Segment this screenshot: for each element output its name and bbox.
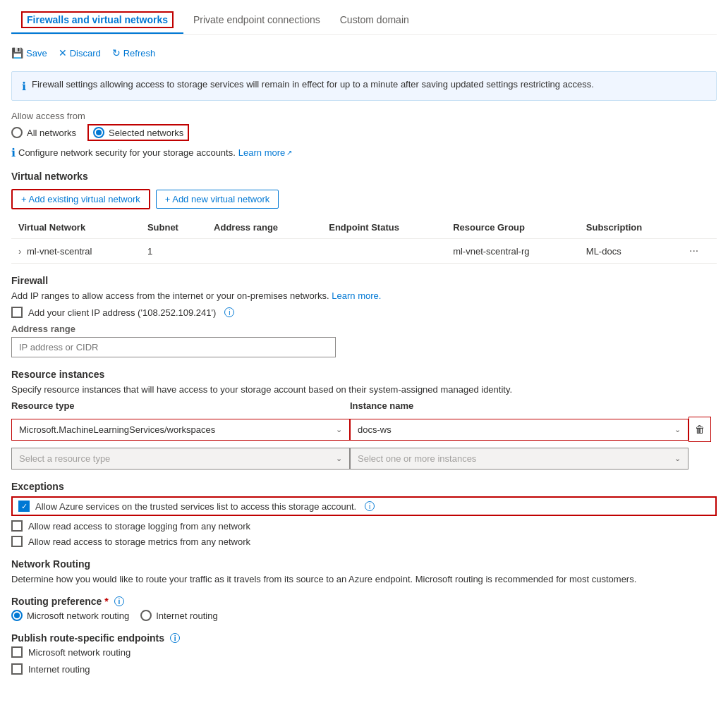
exception-checkbox-1[interactable] (11, 520, 23, 532)
all-networks-label: All networks (27, 128, 76, 138)
routing-radio-group: Microsoft network routing Internet routi… (11, 610, 717, 621)
row-more-button[interactable]: ··· (689, 245, 698, 257)
selected-networks-radio-indicator (93, 127, 104, 138)
routing-preference-label-row: Routing preference * i (11, 596, 717, 607)
save-button[interactable]: 💾 Save (11, 47, 47, 59)
vnet-col-sub: Subscription (579, 216, 682, 239)
delete-resource-row-1-button[interactable]: 🗑 (688, 417, 711, 442)
firewall-note: Add IP ranges to allow access from the i… (11, 290, 717, 301)
vnet-row-address (207, 239, 322, 264)
routing-preference-label: Routing preference (11, 596, 102, 607)
chevron-down-icon-1: ⌄ (336, 425, 342, 434)
ms-routing-radio-indicator (11, 610, 23, 621)
ms-routing-radio-inner (14, 613, 20, 618)
table-row[interactable]: › ml-vnet-scentral 1 ml-vnet-scentral-rg… (11, 239, 717, 264)
add-existing-vnet-button[interactable]: + Add existing virtual network (11, 189, 150, 209)
resource-instances-note: Specify resource instances that will hav… (11, 384, 717, 395)
exception-label-1: Allow read access to storage logging fro… (28, 521, 250, 532)
exception-checkbox-2[interactable] (11, 536, 23, 547)
tab-private-endpoint[interactable]: Private endpoint connections (183, 7, 330, 34)
resource-type-select-1[interactable]: Microsoft.MachineLearningServices/worksp… (11, 419, 350, 441)
toolbar: 💾 Save ✕ Discard ↻ Refresh (11, 42, 717, 64)
exception-item-1[interactable]: Allow read access to storage logging fro… (11, 520, 717, 532)
vnet-col-endpoint: Endpoint Status (322, 216, 446, 239)
vnet-row-sub: ML-docs (579, 239, 682, 264)
access-radio-group: All networks Selected networks (11, 124, 717, 141)
publish-ms-routing-label: Microsoft network routing (28, 647, 131, 658)
publish-info-icon[interactable]: i (170, 633, 180, 643)
address-range-input[interactable] (11, 337, 336, 357)
allow-access-label: Allow access from (11, 111, 717, 121)
resource-type-header: Resource type (11, 400, 350, 414)
network-routing-title: Network Routing (11, 558, 717, 570)
instance-name-select-2[interactable]: Select one or more instances ⌄ (350, 448, 688, 470)
publish-internet-routing-checkbox[interactable] (11, 663, 23, 675)
internet-routing-label: Internet routing (156, 611, 217, 621)
instance-name-header: Instance name (350, 400, 688, 414)
publish-label-row: Publish route-specific endpoints i (11, 632, 717, 644)
publish-label: Publish route-specific endpoints (11, 632, 164, 644)
resource-grid-header: Resource type Instance name (11, 400, 717, 414)
vnet-col-name: Virtual Network (11, 216, 140, 239)
access-info-icon: ℹ (11, 146, 16, 159)
firewall-learn-more-link[interactable]: Learn more. (332, 290, 381, 301)
tab-firewalls[interactable]: Firewalls and virtual networks (11, 7, 183, 34)
instance-name-select-1[interactable]: docs-ws ⌄ (350, 419, 688, 441)
resource-instances-title: Resource instances (11, 369, 717, 380)
info-banner: ℹ Firewall settings allowing access to s… (11, 71, 717, 101)
tab-custom-domain[interactable]: Custom domain (330, 7, 419, 34)
delete-icon: 🗑 (695, 424, 705, 435)
publish-ms-routing-row[interactable]: Microsoft network routing (11, 646, 717, 658)
selected-networks-radio[interactable]: Selected networks (87, 124, 189, 141)
selected-networks-label: Selected networks (109, 128, 183, 138)
publish-ms-routing-checkbox[interactable] (11, 646, 23, 658)
exception-label-2: Allow read access to storage metrics fro… (28, 536, 250, 547)
exception-item-0[interactable]: ✓ Allow Azure services on the trusted se… (11, 496, 717, 516)
network-routing-note: Determine how you would like to route yo… (11, 574, 717, 584)
exception-item-2[interactable]: Allow read access to storage metrics fro… (11, 536, 717, 547)
chevron-down-icon-3: ⌄ (336, 454, 342, 463)
add-new-vnet-button[interactable]: + Add new virtual network (156, 190, 279, 209)
client-ip-info-icon[interactable]: i (224, 307, 234, 317)
chevron-down-icon-2: ⌄ (674, 425, 681, 434)
vnet-col-subnet: Subnet (140, 216, 207, 239)
required-asterisk: * (104, 596, 108, 607)
all-networks-radio[interactable]: All networks (11, 127, 76, 138)
vnet-row-rg: ml-vnet-scentral-rg (446, 239, 579, 264)
address-range-label: Address range (11, 324, 717, 334)
exception-info-icon-0[interactable]: i (365, 501, 375, 511)
vnet-row-name: › ml-vnet-scentral (11, 239, 140, 264)
expand-icon[interactable]: › (18, 246, 21, 257)
save-icon: 💾 (11, 47, 23, 59)
resource-type-select-2[interactable]: Select a resource type ⌄ (11, 448, 350, 470)
access-learn-more-link[interactable]: Learn more ↗ (238, 147, 292, 158)
internet-routing-radio-indicator (140, 610, 152, 621)
ms-routing-label: Microsoft network routing (27, 611, 129, 621)
selected-networks-radio-inner (96, 130, 102, 135)
discard-button[interactable]: ✕ Discard (59, 47, 101, 59)
info-banner-text: Firewall settings allowing access to sto… (32, 79, 594, 90)
client-ip-checkbox[interactable] (11, 307, 23, 318)
exceptions-section: Exceptions ✓ Allow Azure services on the… (11, 481, 717, 547)
resource-instance-row-1: Microsoft.MachineLearningServices/worksp… (11, 417, 717, 442)
chevron-down-icon-4: ⌄ (674, 454, 681, 463)
external-link-icon: ↗ (286, 149, 292, 157)
vnet-col-address: Address range (207, 216, 322, 239)
client-ip-checkbox-row[interactable]: Add your client IP address ('108.252.109… (11, 307, 717, 318)
exception-checkbox-0[interactable]: ✓ (18, 501, 30, 512)
ms-routing-radio[interactable]: Microsoft network routing (11, 610, 129, 621)
publish-internet-routing-row[interactable]: Internet routing (11, 663, 717, 675)
vnet-table: Virtual Network Subnet Address range End… (11, 216, 717, 264)
routing-info-icon[interactable]: i (114, 596, 124, 606)
refresh-button[interactable]: ↻ Refresh (112, 47, 156, 59)
vnet-col-rg: Resource Group (446, 216, 579, 239)
add-existing-vnet-label: + Add existing virtual network (21, 194, 140, 204)
resource-instance-row-2: Select a resource type ⌄ Select one or m… (11, 448, 717, 470)
refresh-icon: ↻ (112, 47, 121, 59)
add-new-vnet-label: + Add new virtual network (165, 194, 270, 204)
publish-internet-routing-label: Internet routing (28, 664, 90, 675)
tab-firewalls-label: Firewalls and virtual networks (21, 11, 174, 28)
exception-label-0: Allow Azure services on the trusted serv… (35, 501, 356, 512)
vnet-actions: + Add existing virtual network + Add new… (11, 189, 717, 209)
internet-routing-radio[interactable]: Internet routing (140, 610, 217, 621)
